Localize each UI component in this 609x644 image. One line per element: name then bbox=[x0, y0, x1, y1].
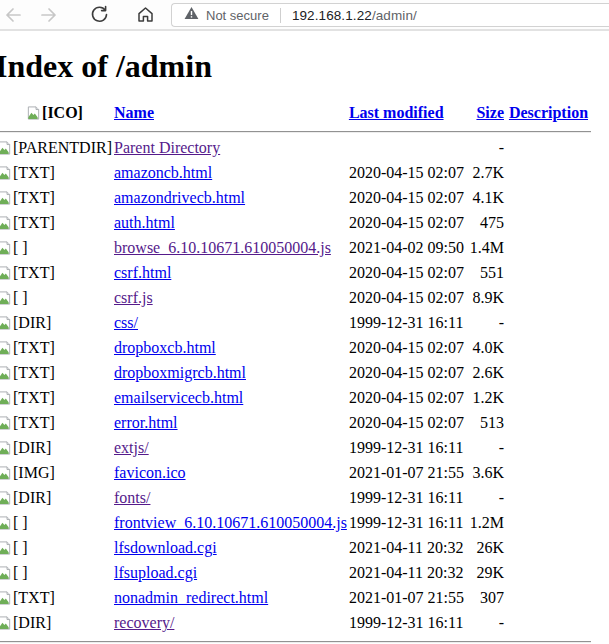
listing-rows: [PARENTDIR] Parent Directory - [TXT] ama… bbox=[0, 138, 591, 636]
file-last-modified: 1999-12-31 16:11 bbox=[349, 513, 464, 536]
file-link[interactable]: csrf.js bbox=[114, 289, 153, 306]
table-row: [TXT] auth.html 2020-04-15 02:07 475 bbox=[0, 213, 591, 236]
file-description bbox=[506, 488, 591, 511]
file-size: 8.9K bbox=[466, 288, 504, 311]
file-size: 2.6K bbox=[466, 363, 504, 386]
security-label[interactable]: Not secure bbox=[206, 8, 269, 23]
table-row: [TXT] error.html 2020-04-15 02:07 513 bbox=[0, 413, 591, 436]
file-last-modified: 1999-12-31 16:11 bbox=[349, 438, 464, 461]
broken-image-icon bbox=[0, 265, 12, 286]
file-link[interactable]: amazoncb.html bbox=[114, 164, 212, 181]
broken-image-icon bbox=[0, 340, 12, 361]
file-description bbox=[506, 363, 591, 386]
file-icon-alt: [ ] bbox=[13, 239, 28, 256]
file-icon-alt: [DIR] bbox=[13, 614, 51, 631]
file-description bbox=[506, 588, 591, 611]
listing-header-row: [ICO] Name Last modified Size Descriptio… bbox=[0, 103, 591, 126]
sort-by-size-link[interactable]: Size bbox=[476, 104, 504, 121]
home-icon bbox=[136, 5, 155, 24]
broken-image-icon bbox=[0, 390, 12, 411]
file-size: 1.2M bbox=[466, 513, 504, 536]
table-row: [DIR] css/ 1999-12-31 16:11 - bbox=[0, 313, 591, 336]
file-link[interactable]: Parent Directory bbox=[114, 139, 220, 156]
file-size: 4.0K bbox=[466, 338, 504, 361]
broken-image-icon bbox=[0, 415, 12, 436]
file-icon-alt: [ ] bbox=[13, 539, 28, 556]
file-icon-alt: [TXT] bbox=[13, 339, 55, 356]
file-description bbox=[506, 388, 591, 411]
home-button[interactable] bbox=[135, 5, 155, 25]
file-icon-alt: [TXT] bbox=[13, 414, 55, 431]
file-link[interactable]: nonadmin_redirect.html bbox=[114, 589, 268, 606]
table-row: [TXT] dropboxmigrcb.html 2020-04-15 02:0… bbox=[0, 363, 591, 386]
file-link[interactable]: error.html bbox=[114, 414, 178, 431]
file-icon-alt: [TXT] bbox=[13, 214, 55, 231]
file-icon-alt: [DIR] bbox=[13, 314, 51, 331]
forward-arrow-icon bbox=[40, 6, 58, 24]
file-icon-alt: [TXT] bbox=[13, 589, 55, 606]
broken-image-icon bbox=[0, 165, 12, 186]
file-link[interactable]: fonts/ bbox=[114, 489, 150, 506]
table-row: [PARENTDIR] Parent Directory - bbox=[0, 138, 591, 161]
file-last-modified: 2020-04-15 02:07 bbox=[349, 188, 464, 211]
file-icon-alt: [TXT] bbox=[13, 364, 55, 381]
file-link[interactable]: auth.html bbox=[114, 214, 175, 231]
file-link[interactable]: dropboxcb.html bbox=[114, 339, 216, 356]
file-link[interactable]: browse_6.10.10671.610050004.js bbox=[114, 239, 331, 256]
file-link[interactable]: recovery/ bbox=[114, 614, 174, 631]
file-link[interactable]: frontview_6.10.10671.610050004.js bbox=[114, 514, 347, 531]
file-size: 551 bbox=[466, 263, 504, 286]
broken-image-icon bbox=[0, 465, 12, 486]
file-last-modified: 2020-04-15 02:07 bbox=[349, 288, 464, 311]
file-icon-alt: [DIR] bbox=[13, 439, 51, 456]
url-host: 192.168.1.22 bbox=[292, 8, 372, 23]
file-link[interactable]: lfsdownload.cgi bbox=[114, 539, 217, 556]
sort-by-last-modified-link[interactable]: Last modified bbox=[349, 104, 444, 121]
file-icon-alt: [ ] bbox=[13, 514, 28, 531]
file-last-modified: 2020-04-15 02:07 bbox=[349, 338, 464, 361]
file-link[interactable]: amazondrivecb.html bbox=[114, 189, 245, 206]
broken-image-icon bbox=[0, 440, 12, 461]
file-link[interactable]: favicon.ico bbox=[114, 464, 186, 481]
broken-image-icon bbox=[0, 240, 12, 261]
file-link[interactable]: csrf.html bbox=[114, 264, 171, 281]
header-divider bbox=[0, 131, 591, 133]
back-button[interactable] bbox=[3, 5, 23, 25]
broken-image-icon bbox=[0, 140, 12, 161]
broken-image-icon bbox=[0, 590, 12, 611]
table-row: [ ] browse_6.10.10671.610050004.js 2021-… bbox=[0, 238, 591, 261]
file-last-modified: 2021-04-11 20:32 bbox=[349, 563, 464, 586]
sort-by-description-link[interactable]: Description bbox=[509, 104, 588, 121]
file-size: 307 bbox=[466, 588, 504, 611]
file-icon-alt: [TXT] bbox=[13, 264, 55, 281]
file-size: 4.1K bbox=[466, 188, 504, 211]
file-description bbox=[506, 288, 591, 311]
file-icon-alt: [DIR] bbox=[13, 489, 51, 506]
file-description bbox=[506, 213, 591, 236]
file-last-modified: 2021-01-07 21:55 bbox=[349, 463, 464, 486]
broken-image-icon bbox=[26, 105, 41, 126]
file-size: - bbox=[466, 438, 504, 461]
forward-button[interactable] bbox=[39, 5, 59, 25]
address-bar[interactable]: Not secure 192.168.1.22/admin/ bbox=[171, 3, 609, 27]
file-link[interactable]: dropboxmigrcb.html bbox=[114, 364, 246, 381]
file-icon-alt: [TXT] bbox=[13, 389, 55, 406]
file-last-modified: 1999-12-31 16:11 bbox=[349, 313, 464, 336]
sort-by-name-link[interactable]: Name bbox=[114, 104, 154, 121]
file-link[interactable]: lfsupload.cgi bbox=[114, 564, 197, 581]
url-text[interactable]: 192.168.1.22/admin/ bbox=[292, 8, 417, 23]
file-icon-alt: [TXT] bbox=[13, 164, 55, 181]
table-row: [ ] lfsupload.cgi 2021-04-11 20:32 29K bbox=[0, 563, 591, 586]
table-row: [TXT] csrf.html 2020-04-15 02:07 551 bbox=[0, 263, 591, 286]
file-size: - bbox=[466, 138, 504, 161]
file-size: - bbox=[466, 613, 504, 636]
refresh-button[interactable] bbox=[89, 5, 109, 25]
header-icon-cell: [ICO] bbox=[0, 103, 112, 126]
file-description bbox=[506, 513, 591, 536]
file-last-modified: 2020-04-15 02:07 bbox=[349, 388, 464, 411]
page-title: Index of /admin bbox=[0, 48, 609, 85]
file-link[interactable]: css/ bbox=[114, 314, 138, 331]
file-link[interactable]: emailservicecb.html bbox=[114, 389, 243, 406]
file-link[interactable]: extjs/ bbox=[114, 439, 149, 456]
broken-image-icon bbox=[0, 565, 12, 586]
